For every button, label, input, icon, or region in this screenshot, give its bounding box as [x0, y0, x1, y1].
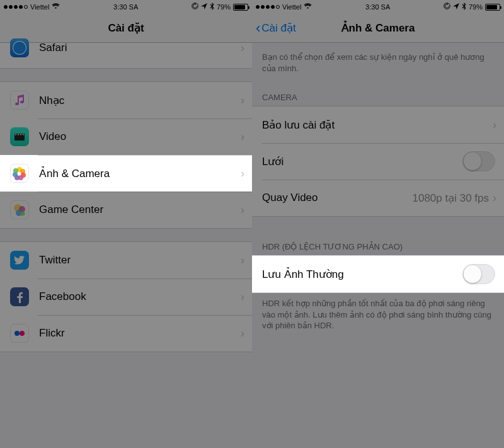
- hdr-group: Lưu Ảnh Thường: [252, 255, 504, 293]
- battery-icon: [233, 4, 248, 11]
- battery-pct-label: 79%: [469, 3, 483, 11]
- row-twitter[interactable]: Twitter ›: [0, 242, 252, 279]
- row-music[interactable]: Nhạc ›: [0, 82, 252, 118]
- row-grid[interactable]: Lưới: [252, 143, 504, 180]
- svg-point-7: [20, 134, 21, 135]
- bluetooth-icon: [210, 3, 214, 12]
- row-video[interactable]: Video ›: [0, 118, 252, 155]
- hdr-section-header: HDR (ĐỘ LỆCH TƯƠNG PHẢN CAO): [252, 217, 504, 255]
- row-label: Ảnh & Camera: [39, 167, 241, 180]
- row-value: 1080p tại 30 fps: [412, 192, 489, 205]
- row-label: Lưới: [262, 155, 462, 168]
- battery-pct-label: 79%: [217, 3, 231, 11]
- hdr-footer: HDR kết hợp những phần tốt nhất của ba đ…: [252, 293, 504, 339]
- svg-rect-4: [14, 135, 25, 141]
- bluetooth-icon: [462, 3, 466, 12]
- back-label: Cài đặt: [261, 21, 295, 35]
- svg-point-21: [20, 331, 25, 336]
- chevron-right-icon: ›: [493, 192, 504, 205]
- screenshot-container: Viettel 3:30 SA 79% Cài: [0, 0, 504, 448]
- chevron-right-icon: ›: [241, 290, 252, 304]
- back-button[interactable]: ‹ Cài đặt: [252, 20, 296, 37]
- battery-icon: [485, 4, 500, 11]
- safari-icon: [10, 38, 29, 57]
- photos-icon: [10, 164, 29, 183]
- svg-point-2: [13, 42, 26, 54]
- chevron-right-icon: ›: [241, 204, 252, 217]
- row-label: Quay Video: [262, 192, 412, 204]
- flickr-icon: [10, 324, 29, 343]
- location-icon: [453, 3, 459, 11]
- chevron-right-icon: ›: [241, 254, 252, 267]
- svg-point-15: [13, 168, 18, 173]
- grid-toggle[interactable]: [462, 151, 495, 171]
- svg-point-20: [14, 331, 20, 336]
- row-safari[interactable]: Safari ›: [0, 43, 252, 68]
- row-label: Lưu Ảnh Thường: [262, 268, 462, 281]
- rotation-lock-icon: [444, 3, 450, 11]
- location-icon: [201, 3, 207, 11]
- camera-group: Bảo lưu cài đặt › Lưới Quay Video 1080p …: [252, 106, 504, 217]
- row-label: Facebook: [39, 290, 241, 303]
- keep-normal-toggle[interactable]: [462, 264, 495, 284]
- music-icon: [10, 91, 29, 110]
- row-flickr[interactable]: Flickr ›: [0, 315, 252, 352]
- camera-section-header: CAMERA: [252, 81, 504, 106]
- svg-point-5: [15, 134, 16, 135]
- row-preserve-settings[interactable]: Bảo lưu cài đặt ›: [252, 106, 504, 143]
- row-keep-normal-photo[interactable]: Lưu Ảnh Thường: [252, 256, 504, 292]
- facebook-icon: [10, 287, 29, 306]
- svg-point-19: [21, 212, 25, 216]
- row-label: Twitter: [39, 254, 241, 267]
- row-label: Bảo lưu cài đặt: [262, 118, 493, 132]
- rotation-lock-icon: [192, 3, 198, 11]
- wifi-icon: [52, 3, 60, 11]
- clock-label: 3:30 SA: [365, 3, 390, 11]
- svg-point-8: [23, 134, 24, 135]
- gamecenter-icon: [10, 200, 29, 219]
- twitter-icon: [10, 251, 29, 270]
- settings-group-social: Twitter › Facebook › Flickr ›: [0, 241, 252, 352]
- row-label: Flickr: [39, 327, 241, 340]
- row-label: Nhạc: [39, 94, 241, 107]
- carrier-label: Viettel: [30, 3, 49, 11]
- row-photos-camera[interactable]: Ảnh & Camera ›: [0, 155, 252, 192]
- clock-label: 3:30 SA: [113, 3, 138, 11]
- carrier-label: Viettel: [282, 3, 301, 11]
- chevron-right-icon: ›: [241, 327, 252, 340]
- signal-strength-icon: [256, 5, 280, 9]
- chevron-right-icon: ›: [241, 94, 252, 107]
- status-bar: Viettel 3:30 SA 79%: [0, 0, 252, 14]
- row-gamecenter[interactable]: Game Center ›: [0, 192, 252, 228]
- holiday-footer: Bạn có thể chọn để xem các sự kiện ngày …: [252, 43, 504, 81]
- left-pane-settings: Viettel 3:30 SA 79% Cài: [0, 0, 252, 448]
- row-label: Safari: [39, 42, 241, 54]
- nav-bar: Cài đặt: [0, 14, 252, 43]
- right-pane-photos-camera: Viettel 3:30 SA 79%: [252, 0, 504, 448]
- row-facebook[interactable]: Facebook ›: [0, 279, 252, 315]
- chevron-right-icon: ›: [241, 167, 252, 180]
- settings-group-apps-1: Safari ›: [0, 43, 252, 69]
- chevron-right-icon: ›: [241, 42, 252, 55]
- row-record-video[interactable]: Quay Video 1080p tại 30 fps ›: [252, 180, 504, 216]
- signal-strength-icon: [4, 5, 28, 9]
- chevron-right-icon: ›: [493, 118, 504, 132]
- svg-point-6: [18, 134, 19, 135]
- chevron-left-icon: ‹: [256, 20, 260, 37]
- row-label: Game Center: [39, 204, 241, 216]
- row-label: Video: [39, 130, 241, 143]
- nav-bar: ‹ Cài đặt Ảnh & Camera: [252, 14, 504, 43]
- video-icon: [10, 127, 29, 146]
- chevron-right-icon: ›: [241, 130, 252, 144]
- status-bar: Viettel 3:30 SA 79%: [252, 0, 504, 14]
- settings-group-media: Nhạc › Video ›: [0, 81, 252, 229]
- page-title: Cài đặt: [0, 21, 252, 35]
- wifi-icon: [304, 3, 312, 11]
